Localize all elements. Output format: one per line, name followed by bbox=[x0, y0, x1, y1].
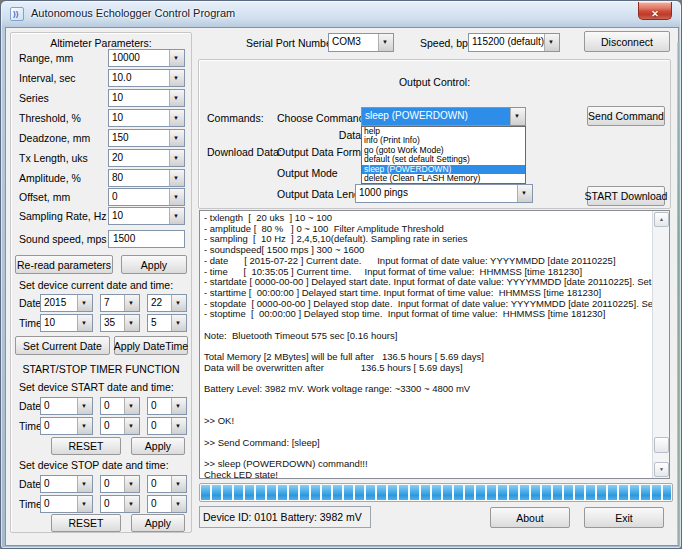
sampling-rate-combo[interactable]: 10 bbox=[108, 207, 185, 225]
chevron-down-icon[interactable] bbox=[77, 418, 92, 434]
deadzone-combo[interactable]: 150 bbox=[108, 129, 185, 147]
chevron-down-icon[interactable] bbox=[171, 418, 186, 434]
chevron-down-icon[interactable] bbox=[544, 34, 559, 51]
chevron-down-icon[interactable] bbox=[171, 398, 186, 414]
current-year-combo[interactable]: 2015 bbox=[40, 294, 93, 312]
chevron-down-icon[interactable] bbox=[169, 208, 184, 224]
param-row-deadzone: Deadzone, mm 150 bbox=[11, 129, 191, 147]
dropdown-item-sleep[interactable]: sleep (POWERDOWN) bbox=[362, 165, 525, 174]
serial-port-combo[interactable]: COM3 bbox=[328, 33, 394, 52]
set-current-date-button[interactable]: Set Current Date bbox=[15, 336, 110, 355]
output-data-length-combo[interactable]: 1000 pings bbox=[355, 184, 533, 203]
chevron-down-icon[interactable] bbox=[169, 70, 184, 86]
chevron-down-icon[interactable] bbox=[77, 476, 92, 492]
chevron-down-icon[interactable] bbox=[77, 496, 92, 512]
txlength-combo[interactable]: 20 bbox=[108, 149, 185, 167]
stop-apply-button[interactable]: Apply bbox=[131, 514, 185, 532]
dropdown-item-go[interactable]: go (goto Work Mode) bbox=[362, 146, 525, 155]
chevron-down-icon[interactable] bbox=[169, 150, 184, 166]
chevron-down-icon[interactable] bbox=[517, 185, 532, 202]
dropdown-item-default[interactable]: default (set default Settings) bbox=[362, 155, 525, 164]
chevron-down-icon[interactable] bbox=[124, 295, 139, 311]
start-apply-button[interactable]: Apply bbox=[131, 437, 185, 455]
soundspeed-input[interactable]: 1500 bbox=[108, 230, 185, 248]
stop-month-combo[interactable]: 0 bbox=[100, 475, 140, 493]
chevron-down-icon[interactable] bbox=[169, 90, 184, 106]
chevron-down-icon[interactable] bbox=[169, 50, 184, 66]
download-data-label: Download Data: bbox=[207, 146, 282, 158]
chevron-down-icon[interactable] bbox=[171, 315, 186, 331]
chevron-down-icon[interactable] bbox=[124, 476, 139, 492]
chevron-down-icon[interactable] bbox=[169, 130, 184, 146]
current-second-combo[interactable]: 5 bbox=[147, 314, 187, 332]
speed-combo[interactable]: 115200 (default) bbox=[468, 33, 560, 52]
date-label: Date bbox=[19, 400, 41, 412]
dropdown-item-help[interactable]: help bbox=[362, 127, 525, 136]
console-scrollbar[interactable] bbox=[652, 211, 669, 478]
stop-reset-button[interactable]: RESET bbox=[51, 514, 121, 532]
current-day-combo[interactable]: 22 bbox=[147, 294, 187, 312]
chevron-down-icon[interactable] bbox=[378, 34, 393, 51]
start-reset-button[interactable]: RESET bbox=[51, 437, 121, 455]
command-combo[interactable]: sleep (POWERDOWN) bbox=[361, 107, 526, 126]
range-combo[interactable]: 10000 bbox=[108, 49, 185, 67]
stop-year-combo[interactable]: 0 bbox=[40, 475, 93, 493]
chevron-down-icon[interactable] bbox=[169, 170, 184, 186]
about-button[interactable]: About bbox=[490, 507, 570, 528]
chevron-down-icon[interactable] bbox=[171, 476, 186, 492]
amplitude-combo[interactable]: 80 bbox=[108, 169, 185, 187]
combo-value: 2015 bbox=[41, 295, 77, 311]
start-download-button[interactable]: START Download bbox=[587, 186, 665, 206]
current-month-combo[interactable]: 7 bbox=[100, 294, 140, 312]
threshold-combo[interactable]: 10 bbox=[108, 109, 185, 127]
start-day-combo[interactable]: 0 bbox=[147, 397, 187, 415]
combo-value: 1000 pings bbox=[356, 185, 517, 202]
chevron-down-icon[interactable] bbox=[124, 315, 139, 331]
chevron-down-icon[interactable] bbox=[169, 189, 184, 205]
offset-combo[interactable]: 0 bbox=[108, 188, 185, 206]
chevron-down-icon[interactable] bbox=[124, 418, 139, 434]
close-button[interactable] bbox=[638, 2, 672, 20]
chevron-down-icon[interactable] bbox=[171, 295, 186, 311]
combo-value: 7 bbox=[101, 295, 124, 311]
chevron-down-icon[interactable] bbox=[77, 398, 92, 414]
chevron-down-icon[interactable] bbox=[169, 110, 184, 126]
combo-value: 35 bbox=[101, 315, 124, 331]
chevron-down-icon[interactable] bbox=[124, 398, 139, 414]
combo-value: 10 bbox=[109, 90, 169, 106]
chevron-down-icon[interactable] bbox=[77, 295, 92, 311]
exit-button[interactable]: Exit bbox=[584, 507, 664, 528]
scroll-down-icon[interactable] bbox=[654, 462, 669, 477]
scroll-up-icon[interactable] bbox=[654, 212, 669, 227]
reread-parameters-button[interactable]: Re-read parameters bbox=[15, 255, 113, 274]
interval-combo[interactable]: 10.0 bbox=[108, 69, 185, 87]
chevron-down-icon[interactable] bbox=[510, 108, 525, 125]
disconnect-button[interactable]: Disconnect bbox=[584, 31, 670, 52]
apply-datetime-button[interactable]: Apply DateTime bbox=[114, 336, 188, 355]
start-second-combo[interactable]: 0 bbox=[147, 417, 187, 435]
chevron-down-icon[interactable] bbox=[124, 496, 139, 512]
stop-day-combo[interactable]: 0 bbox=[147, 475, 187, 493]
current-hour-combo[interactable]: 10 bbox=[40, 314, 93, 332]
console-output[interactable]: - txlength [ 20 uks ] 10 ~ 100 - amplitu… bbox=[199, 210, 670, 479]
stop-hour-combo[interactable]: 0 bbox=[40, 495, 93, 513]
start-hour-combo[interactable]: 0 bbox=[40, 417, 93, 435]
stop-minute-combo[interactable]: 0 bbox=[100, 495, 140, 513]
stop-second-combo[interactable]: 0 bbox=[147, 495, 187, 513]
start-month-combo[interactable]: 0 bbox=[100, 397, 140, 415]
current-minute-combo[interactable]: 35 bbox=[100, 314, 140, 332]
start-minute-combo[interactable]: 0 bbox=[100, 417, 140, 435]
send-command-button[interactable]: Send Command bbox=[587, 106, 665, 126]
dropdown-item-info[interactable]: info (Print Info) bbox=[362, 136, 525, 145]
chevron-down-icon[interactable] bbox=[171, 496, 186, 512]
start-year-combo[interactable]: 0 bbox=[40, 397, 93, 415]
chevron-down-icon[interactable] bbox=[77, 315, 92, 331]
scrollbar-thumb[interactable] bbox=[654, 437, 669, 453]
start-date-row: Date 0 0 0 bbox=[11, 397, 191, 415]
dropdown-item-delete[interactable]: delete (Clean FLASH Memory) bbox=[362, 174, 525, 183]
series-combo[interactable]: 10 bbox=[108, 89, 185, 107]
combo-value: 0 bbox=[148, 398, 171, 414]
titlebar[interactable]: Autonomous Echologger Control Program bbox=[1, 1, 681, 27]
progress-fill bbox=[201, 485, 671, 500]
apply-parameters-button[interactable]: Apply bbox=[121, 255, 187, 274]
